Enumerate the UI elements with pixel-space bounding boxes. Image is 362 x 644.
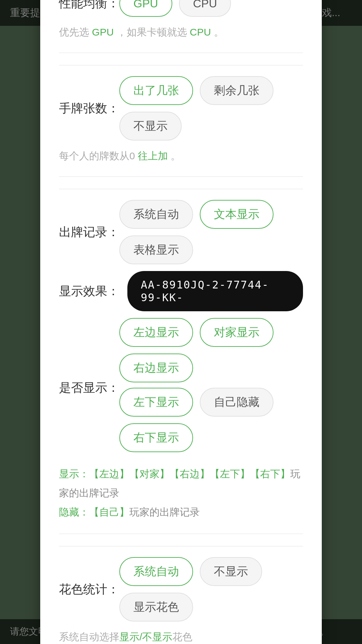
gpu-button[interactable]: GPU: [119, 0, 172, 17]
no-display-count-button[interactable]: 不显示: [119, 112, 182, 141]
remaining-count-button[interactable]: 剩余几张: [200, 76, 274, 105]
visibility-label-row: 是否显示： 左边显示 对家显示 右边显示 左下显示 自己隐藏 右下显示: [59, 318, 303, 458]
show-hint: 显示：【左边】【对家】【右边】【左下】【右下】玩家的出牌记录: [59, 464, 303, 502]
no-display-suit-button[interactable]: 不显示: [200, 557, 262, 586]
card-count-btn-group: 出了几张 剩余几张 不显示: [119, 76, 303, 141]
display-effect-value: AA-8910JQ-2-77744-99-KK-: [127, 271, 303, 311]
card-count-row: 手牌张数： 出了几张 剩余几张 不显示: [59, 76, 303, 141]
performance-row: 性能均衡： GPU CPU: [59, 0, 303, 17]
opposite-display-button[interactable]: 对家显示: [200, 318, 274, 347]
play-record-section: 出牌记录： 系统自动 文本显示 表格显示 显示效果： AA-8910JQ-2-7…: [59, 200, 303, 534]
auto-record-button[interactable]: 系统自动: [119, 200, 193, 229]
auto-suit-button[interactable]: 系统自动: [119, 557, 193, 586]
text-display-button[interactable]: 文本显示: [200, 200, 274, 229]
suit-stats-hint: 系统自动选择显示/不显示花色: [59, 628, 303, 644]
visibility-buttons-container: 左边显示 对家显示 右边显示 左下显示 自己隐藏 右下显示: [119, 318, 303, 458]
play-record-label: 出牌记录：: [59, 224, 119, 240]
left-display-button[interactable]: 左边显示: [119, 318, 193, 347]
visibility-hint: 显示：【左边】【对家】【右边】【左下】【右下】玩家的出牌记录 隐藏：【自己】玩家…: [59, 464, 303, 522]
dealt-count-button[interactable]: 出了几张: [119, 76, 193, 105]
performance-section: 性能均衡： GPU CPU 优先选 GPU ，如果卡顿就选 CPU 。: [59, 0, 303, 53]
self-hide-button[interactable]: 自己隐藏: [200, 388, 274, 417]
table-display-button[interactable]: 表格显示: [119, 235, 193, 264]
card-count-section: 手牌张数： 出了几张 剩余几张 不显示 每个人的牌数从0 往上加 。: [59, 76, 303, 177]
suit-stats-row: 花色统计： 系统自动 不显示 显示花色: [59, 557, 303, 622]
suit-stats-label: 花色统计：: [59, 581, 119, 598]
visibility-label: 是否显示：: [59, 380, 119, 396]
cpu-button[interactable]: CPU: [179, 0, 231, 17]
play-record-row: 出牌记录： 系统自动 文本显示 表格显示: [59, 200, 303, 264]
modal-body: 性能均衡： GPU CPU 优先选 GPU ，如果卡顿就选 CPU 。 手牌张数…: [40, 0, 322, 644]
performance-label: 性能均衡：: [59, 0, 119, 12]
right-display-button[interactable]: 右边显示: [119, 354, 193, 382]
visibility-row1: 左边显示 对家显示 右边显示: [119, 318, 303, 382]
play-record-btn-group: 系统自动 文本显示 表格显示: [119, 200, 303, 264]
suit-stats-btn-group: 系统自动 不显示 显示花色: [119, 557, 303, 622]
bottom-right-display-button[interactable]: 右下显示: [119, 423, 193, 452]
show-suit-button[interactable]: 显示花色: [119, 593, 193, 622]
modal-overlay: 功能设置 × 性能均衡： GPU CPU 优先选 GPU ，如果卡顿就选 CPU…: [0, 0, 362, 644]
performance-btn-group: GPU CPU: [119, 0, 303, 17]
bottom-left-display-button[interactable]: 左下显示: [119, 388, 193, 417]
display-effect-row: 显示效果： AA-8910JQ-2-77744-99-KK-: [59, 271, 303, 311]
modal: 功能设置 × 性能均衡： GPU CPU 优先选 GPU ，如果卡顿就选 CPU…: [40, 0, 322, 644]
display-effect-label: 显示效果：: [59, 283, 119, 300]
visibility-row2: 左下显示 自己隐藏 右下显示: [119, 388, 303, 452]
card-count-hint: 每个人的牌数从0 往上加 。: [59, 147, 303, 164]
suit-stats-section: 花色统计： 系统自动 不显示 显示花色 系统自动选择显示/不显示花色 仅部分必要…: [59, 557, 303, 644]
hide-hint: 隐藏：【自己】玩家的出牌记录: [59, 502, 303, 522]
card-count-label: 手牌张数：: [59, 100, 119, 117]
performance-hint: 优先选 GPU ，如果卡顿就选 CPU 。: [59, 23, 303, 41]
